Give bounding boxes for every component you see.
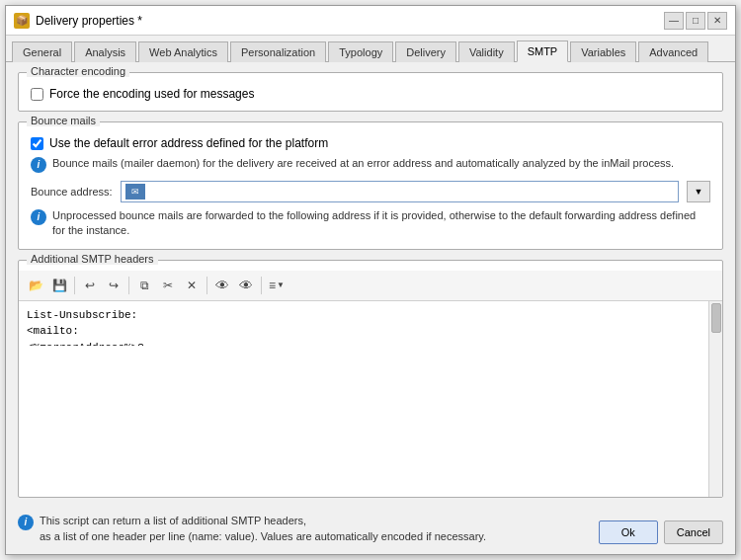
footer-info-text: This script can return a list of additio… — [40, 514, 486, 544]
tab-personalization[interactable]: Personalization — [230, 41, 326, 62]
bounce-mails-group: Bounce mails Use the default error addre… — [18, 121, 723, 250]
close-button[interactable]: ✕ — [707, 12, 727, 30]
tabs-bar: General Analysis Web Analytics Personali… — [6, 36, 735, 62]
bounce-address-row: Bounce address: ✉ ▼ — [31, 181, 710, 202]
toolbar-separator-1 — [74, 277, 75, 294]
force-encoding-row: Force the encoding used for messages — [31, 87, 710, 101]
default-error-address-row: Use the default error address defined fo… — [31, 136, 710, 150]
tab-validity[interactable]: Validity — [458, 41, 515, 62]
bounce-address-input-wrap: ✉ — [121, 181, 679, 202]
bounce-info-text: Bounce mails (mailer daemon) for the del… — [52, 156, 674, 171]
window-icon: 📦 — [14, 13, 30, 29]
window-controls: — □ ✕ — [664, 12, 727, 30]
character-encoding-title: Character encoding — [27, 65, 129, 77]
bounce-address-dropdown-btn[interactable]: ▼ — [687, 181, 710, 202]
main-window: 📦 Delivery properties * — □ ✕ General An… — [5, 5, 736, 555]
more-arrow: ▼ — [277, 280, 285, 289]
title-bar: 📦 Delivery properties * — □ ✕ — [6, 6, 735, 36]
bounce-mails-title: Bounce mails — [27, 115, 100, 126]
info-icon-1: i — [31, 157, 46, 173]
maximize-button[interactable]: □ — [686, 12, 705, 30]
toolbar-separator-4 — [261, 277, 262, 294]
tab-advanced[interactable]: Advanced — [638, 41, 708, 62]
minimize-button[interactable]: — — [664, 12, 684, 30]
toolbar-separator-3 — [206, 277, 207, 294]
undo-button[interactable]: ↩ — [79, 275, 101, 296]
bounce-forward-info-text: Unprocessed bounce mails are forwarded t… — [52, 208, 696, 239]
bounce-forward-info-row: i Unprocessed bounce mails are forwarded… — [31, 208, 710, 239]
email-icon: ✉ — [125, 184, 145, 200]
tab-smtp[interactable]: SMTP — [517, 40, 569, 62]
cut-button[interactable]: ✂ — [157, 275, 179, 296]
default-error-address-checkbox[interactable] — [31, 137, 43, 150]
force-encoding-label: Force the encoding used for messages — [49, 87, 254, 101]
tab-general[interactable]: General — [12, 41, 72, 62]
scrollbar-thumb[interactable] — [711, 303, 721, 333]
more-icon: ≡ — [269, 279, 276, 292]
code-area-wrap — [19, 301, 722, 497]
more-button[interactable]: ≡ ▼ — [266, 275, 288, 296]
tab-delivery[interactable]: Delivery — [395, 41, 456, 62]
smtp-footer-info: i This script can return a list of addit… — [18, 514, 486, 544]
window-title: Delivery properties * — [36, 14, 142, 28]
find-button[interactable]: 👁 — [211, 275, 233, 296]
force-encoding-checkbox[interactable] — [31, 88, 43, 101]
footer-info-icon: i — [18, 515, 34, 530]
content-area: Character encoding Force the encoding us… — [6, 62, 735, 508]
save-file-button[interactable]: 💾 — [48, 275, 70, 296]
bounce-address-input[interactable] — [149, 186, 674, 198]
delete-button[interactable]: ✕ — [181, 275, 203, 296]
footer: i This script can return a list of addit… — [6, 508, 735, 554]
binoculars-button[interactable]: 👁 — [235, 275, 257, 296]
bounce-address-label: Bounce address: — [31, 186, 113, 198]
tab-web-analytics[interactable]: Web Analytics — [138, 41, 228, 62]
default-error-address-label: Use the default error address defined fo… — [49, 136, 328, 150]
info-icon-2: i — [31, 209, 46, 225]
toolbar-separator-2 — [128, 277, 129, 294]
smtp-code-editor[interactable] — [19, 301, 188, 346]
title-bar-left: 📦 Delivery properties * — [14, 13, 142, 29]
scrollbar-track[interactable] — [708, 301, 722, 497]
smtp-headers-group: Additional SMTP headers 📂 💾 ↩ ↪ ⧉ ✂ ✕ 👁 … — [18, 260, 723, 498]
tab-analysis[interactable]: Analysis — [74, 41, 136, 62]
footer-buttons: Ok Cancel — [599, 520, 723, 544]
bounce-info-row: i Bounce mails (mailer daemon) for the d… — [31, 156, 710, 173]
tab-typology[interactable]: Typology — [328, 41, 393, 62]
tab-variables[interactable]: Variables — [570, 41, 636, 62]
smtp-toolbar: 📂 💾 ↩ ↪ ⧉ ✂ ✕ 👁 👁 ≡ ▼ — [19, 271, 722, 301]
character-encoding-group: Character encoding Force the encoding us… — [18, 72, 723, 112]
ok-button[interactable]: Ok — [599, 520, 658, 544]
smtp-headers-title: Additional SMTP headers — [27, 253, 158, 265]
cancel-button[interactable]: Cancel — [664, 520, 723, 544]
copy-button[interactable]: ⧉ — [133, 275, 155, 296]
redo-button[interactable]: ↪ — [103, 275, 124, 296]
open-button[interactable]: 📂 — [25, 275, 46, 296]
